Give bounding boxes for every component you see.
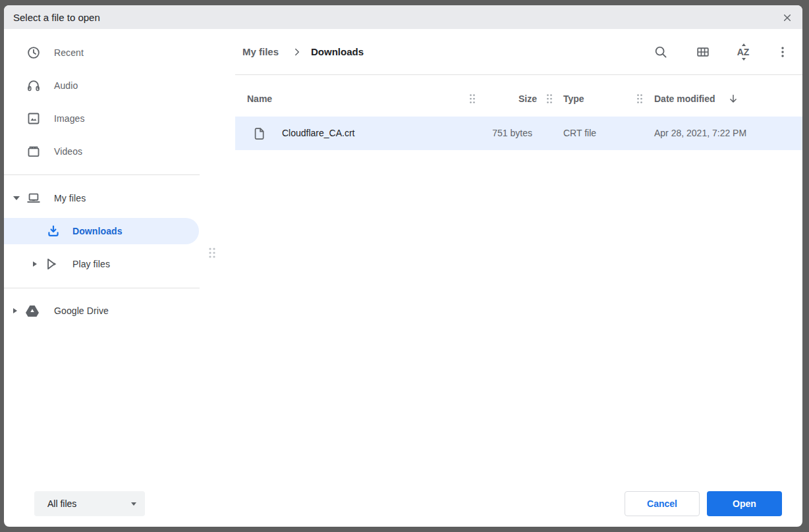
grid-view-button[interactable] — [690, 39, 716, 65]
sidebar-item-images[interactable]: Images — [4, 102, 200, 135]
clock-icon — [26, 45, 41, 60]
file-date-modified: Apr 28, 2021, 7:22 PM — [654, 117, 746, 150]
column-header-type[interactable]: Type — [563, 84, 584, 113]
toolbar-divider — [235, 74, 802, 75]
titlebar: Select a file to open — [4, 5, 802, 29]
file-type-filter-select[interactable]: All files — [34, 491, 145, 516]
file-document-icon — [253, 126, 266, 141]
column-resize-handle-icon[interactable] — [636, 93, 643, 104]
sidebar-divider — [4, 174, 200, 175]
file-type: CRT file — [563, 117, 596, 150]
download-icon — [46, 224, 61, 238]
sidebar-item-label: Downloads — [72, 226, 123, 236]
sort-descending-arrow-icon[interactable] — [727, 93, 739, 105]
sidebar-item-label: Play files — [72, 259, 110, 269]
file-picker-dialog: Select a file to open Recent Audio Image… — [4, 5, 802, 527]
breadcrumb-root[interactable]: My files — [242, 43, 279, 61]
sidebar-item-label: Recent — [54, 47, 84, 58]
more-vert-icon — [775, 45, 790, 59]
expand-arrow-icon[interactable] — [13, 196, 20, 200]
sidebar-item-recent[interactable]: Recent — [4, 36, 200, 69]
sidebar-item-label: Audio — [54, 80, 78, 91]
open-button[interactable]: Open — [707, 491, 782, 516]
expand-arrow-icon[interactable] — [13, 308, 17, 313]
sidebar-item-google-drive[interactable]: Google Drive — [4, 294, 200, 327]
sort-az-icon: AZ — [735, 44, 752, 60]
laptop-icon — [26, 191, 41, 205]
sidebar-divider — [4, 288, 200, 288]
search-button[interactable] — [648, 39, 674, 65]
file-name: Cloudflare_CA.crt — [282, 117, 355, 150]
sidebar-item-label: Google Drive — [54, 306, 109, 316]
image-icon — [26, 111, 41, 126]
sort-up-arrow-icon — [742, 43, 746, 46]
cancel-button[interactable]: Cancel — [625, 491, 700, 516]
sidebar-item-downloads[interactable]: Downloads — [4, 218, 199, 244]
sidebar-item-play-files[interactable]: Play files — [4, 248, 200, 280]
sidebar-item-label: Images — [54, 113, 85, 124]
chevron-right-icon — [291, 46, 303, 58]
sort-button[interactable]: AZ — [730, 39, 756, 65]
column-header-name[interactable]: Name — [247, 84, 272, 113]
headphones-icon — [26, 78, 41, 93]
sort-az-label: AZ — [737, 47, 750, 57]
more-menu-button[interactable] — [769, 39, 796, 65]
file-type-filter-value: All files — [47, 498, 76, 509]
sidebar-resize-handle-icon[interactable] — [208, 247, 216, 259]
video-clapper-icon — [26, 144, 41, 159]
sidebar-item-label: Videos — [54, 146, 82, 157]
breadcrumb-current[interactable]: Downloads — [311, 43, 364, 61]
sidebar-item-audio[interactable]: Audio — [4, 69, 200, 102]
search-icon — [654, 45, 668, 59]
column-header-date-modified[interactable]: Date modified — [654, 84, 715, 113]
google-drive-icon — [25, 304, 40, 318]
column-header-size[interactable]: Size — [465, 84, 537, 113]
dialog-title: Select a file to open — [13, 12, 100, 23]
grid-view-icon — [696, 45, 710, 59]
sidebar-item-my-files[interactable]: My files — [4, 182, 200, 215]
sidebar-item-videos[interactable]: Videos — [4, 135, 200, 168]
column-resize-handle-icon[interactable] — [546, 93, 553, 104]
expand-arrow-icon[interactable] — [33, 261, 37, 267]
sort-down-arrow-icon — [742, 58, 746, 61]
file-size: 751 bytes — [460, 117, 532, 150]
close-icon[interactable] — [779, 9, 796, 26]
sidebar-item-label: My files — [54, 193, 86, 203]
screen: { "window": { "title": "Select a file to… — [0, 0, 809, 532]
table-row[interactable]: Cloudflare_CA.crt 751 bytes CRT file Apr… — [235, 117, 802, 150]
play-store-icon — [45, 257, 59, 271]
dropdown-caret-icon — [131, 502, 136, 506]
